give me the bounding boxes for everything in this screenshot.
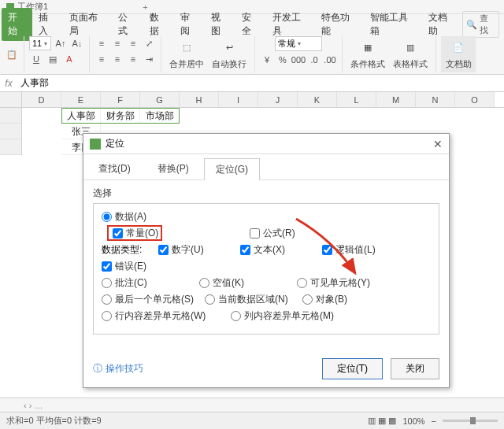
dialog-tab-find[interactable]: 查找(D) (87, 157, 143, 179)
opt-logical[interactable]: 逻辑值(L) (322, 243, 393, 257)
font-size-combo[interactable]: 11▾ (29, 36, 51, 50)
font-color-icon[interactable]: A (62, 52, 76, 66)
row-headers (0, 108, 22, 155)
dialog-tab-goto[interactable]: 定位(G) (204, 158, 260, 180)
col-header[interactable]: F (101, 92, 140, 107)
percent-icon[interactable]: % (276, 53, 290, 67)
col-header[interactable]: E (61, 92, 101, 107)
formula-input[interactable]: 人事部 (17, 75, 504, 91)
opt-formulas[interactable]: 公式(R) (250, 227, 321, 240)
align-left-icon[interactable]: ≡ (94, 52, 109, 66)
align-mid-icon[interactable]: ≡ (110, 36, 124, 50)
currency-icon[interactable]: ¥ (260, 53, 274, 67)
opt-constants[interactable]: 常量(O) (113, 227, 183, 240)
col-header[interactable]: N (416, 92, 455, 107)
opt-data[interactable]: 数据(A) (102, 210, 172, 224)
dialog-titlebar[interactable]: 定位 ✕ (83, 134, 449, 154)
merge-button[interactable]: ⬚合并居中 (166, 36, 207, 72)
opt-objects[interactable]: 对象(B) (302, 293, 389, 306)
section-label: 选择 (93, 187, 439, 200)
types-label: 数据类型: (102, 243, 147, 257)
opt-number[interactable]: 数字(U) (158, 243, 229, 257)
row-header[interactable] (0, 139, 22, 155)
col-header[interactable]: H (180, 92, 219, 107)
dialog-footer: ⓘ操作技巧 定位(T) 关闭 (83, 350, 449, 387)
ok-button[interactable]: 定位(T) (322, 358, 383, 379)
col-header[interactable]: I (219, 92, 258, 107)
align-bot-icon[interactable]: ≡ (126, 36, 140, 50)
paste-icon[interactable]: 📋 (5, 47, 19, 61)
number-format-combo[interactable]: 常规▾ (275, 36, 322, 51)
close-icon[interactable]: ✕ (433, 138, 443, 150)
increase-font-icon[interactable]: A↑ (54, 36, 68, 50)
col-header[interactable]: G (140, 92, 180, 107)
col-header[interactable]: O (455, 92, 495, 107)
opt-lastcell[interactable]: 最后一个单元格(S) (102, 293, 194, 306)
dialog-title: 定位 (106, 137, 124, 150)
wrap-button[interactable]: ↩自动换行 (209, 36, 250, 72)
dialog-tab-replace[interactable]: 替换(P) (146, 157, 201, 179)
opt-current-region[interactable]: 当前数据区域(N) (205, 293, 291, 306)
ribbon: 开始 插入 页面布局 公式 数据 审阅 视图 安全 开发工具 特色功能 智能工具… (0, 14, 504, 75)
comma-icon[interactable]: 000 (291, 53, 306, 67)
search-label: 查找 (480, 13, 495, 36)
table-style-button[interactable]: ▥表格样式 (390, 36, 431, 72)
underline-icon[interactable]: U (29, 52, 43, 66)
opt-error[interactable]: 错误(E) (102, 260, 172, 273)
orient-icon[interactable]: ⤢ (142, 36, 156, 50)
ribbon-tools: 📋 11▾ A↑ A↓ U ▤ A ≡ ≡ ≡ ⤢ ≡ ≡ (0, 35, 504, 74)
cell[interactable]: 人事部 (61, 108, 101, 124)
sheet-tabs[interactable]: ‹ › … (0, 398, 504, 412)
cond-format-button[interactable]: ▦条件格式 (347, 36, 388, 72)
dec-dec-icon[interactable]: .00 (323, 53, 337, 67)
col-header[interactable]: D (22, 92, 61, 107)
doc-help-button[interactable]: 📄文档助 (441, 36, 476, 72)
fill-color-icon[interactable]: ▤ (46, 52, 60, 66)
search-icon: 🔍 (466, 20, 477, 30)
opt-comments[interactable]: 批注(C) (102, 276, 188, 290)
options-fieldset: 数据(A) 常量(O) 公式(R) 数据类型: 数字(U) 文本(X) 逻辑值(… (93, 203, 439, 335)
formula-bar: fx 人事部 (0, 75, 504, 92)
col-header[interactable]: K (298, 92, 337, 107)
goto-dialog: 定位 ✕ 查找(D) 替换(P) 定位(G) 选择 数据(A) 常量(O) 公式… (83, 133, 450, 388)
dialog-icon (90, 139, 101, 150)
select-all-corner[interactable] (0, 92, 22, 107)
close-button[interactable]: 关闭 (391, 358, 439, 379)
view-icons[interactable]: ▥ ▦ ▩ (368, 416, 396, 426)
fx-icon: fx (0, 78, 17, 89)
tips-link[interactable]: ⓘ操作技巧 (93, 362, 143, 375)
opt-visible[interactable]: 可见单元格(Y) (297, 276, 384, 290)
align-top-icon[interactable]: ≡ (94, 36, 109, 50)
indent-icon[interactable]: ⇥ (142, 52, 156, 66)
cell[interactable]: 财务部 (101, 108, 140, 124)
opt-text[interactable]: 文本(X) (240, 243, 311, 257)
zoom-out-icon[interactable]: − (432, 416, 436, 426)
decrease-font-icon[interactable]: A↓ (70, 36, 84, 50)
column-headers: D E F G H I J K L M N O (0, 92, 504, 108)
opt-blanks[interactable]: 空值(K) (199, 276, 286, 290)
zoom-value: 100% (402, 416, 424, 426)
status-bar: 求和=0 平均值=0 计数=9 ▥ ▦ ▩ 100% − (0, 412, 504, 429)
align-right-icon[interactable]: ≡ (126, 52, 140, 66)
opt-col-diff[interactable]: 列内容差异单元格(M) (231, 309, 349, 323)
row-header[interactable] (0, 108, 22, 124)
align-center-icon[interactable]: ≡ (110, 52, 124, 66)
zoom-slider[interactable] (443, 420, 498, 422)
info-icon: ⓘ (93, 362, 102, 375)
col-header[interactable]: M (376, 92, 416, 107)
ribbon-search[interactable]: 🔍 查找 (462, 11, 499, 38)
dec-inc-icon[interactable]: .0 (307, 53, 321, 67)
cell[interactable]: 市场部 (140, 108, 180, 124)
col-header[interactable]: J (258, 92, 298, 107)
status-text: 求和=0 平均值=0 计数=9 (6, 415, 102, 427)
dialog-tabs: 查找(D) 替换(P) 定位(G) (83, 154, 449, 180)
opt-row-diff[interactable]: 行内容差异单元格(W) (102, 309, 220, 323)
row-header[interactable] (0, 124, 22, 139)
col-header[interactable]: L (337, 92, 376, 107)
ribbon-tabstrip: 开始 插入 页面布局 公式 数据 审阅 视图 安全 开发工具 特色功能 智能工具… (0, 14, 504, 35)
